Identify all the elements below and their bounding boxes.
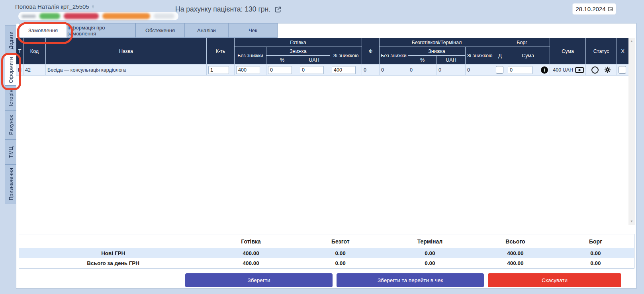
summary-row-label: Всього за день ГРН [19,258,207,268]
col-code: Код [23,38,46,64]
col-sum: Сума [550,38,586,64]
female-gender-icon: ♀ [91,3,95,10]
gear-icon[interactable] [604,66,611,73]
summary-value: 0.00 [557,258,634,268]
col-cash-with-discount: Зі знижкою [330,47,362,64]
col-group-cash: Готівка [235,38,362,47]
sidebar-item-label: ТМЦ [8,146,14,158]
debt-sum-input[interactable] [508,66,532,74]
date-input[interactable]: 28.10.2024 [572,3,616,15]
tab-label: Замовлення [28,27,58,33]
cash-discount-percent-input[interactable] [268,66,292,74]
patient-balance-text: На рахунку пацієнта: 130 грн. [175,5,270,14]
vertical-scrollbar[interactable]: ▲ ▼ [628,38,635,225]
info-icon[interactable]: i [541,66,548,74]
col-group-debt: Борг [494,38,550,47]
date-value: 28.10.2024 [575,6,605,12]
cash-no-discount-input[interactable] [236,66,260,74]
summary-col-cashless: Безгот [295,234,386,248]
row-type: Н [16,64,23,76]
scroll-up-icon[interactable]: ▲ [630,38,633,45]
row-f-value: 0 [362,64,380,76]
tab-obstezhennya[interactable]: Обстеження [135,23,185,38]
scroll-down-icon[interactable]: ▼ [630,218,633,225]
tab-label: Аналізи [197,27,216,33]
col-name: Назва [46,38,207,64]
summary-value: 0.00 [295,248,386,258]
col-cashless-discount: Знижка [408,47,466,56]
tab-chek[interactable]: Чек [228,23,278,38]
order-row: Н 42 Бесіда — консультація кардіолога 0 … [16,64,629,76]
patient-badges-blurred [18,12,178,20]
tab-label: Чек [249,27,257,33]
summary-row-new: Нові ГРН 400.00 0.00 0.00 400.00 0.00 [19,248,634,258]
col-cash-percent: % [266,56,298,64]
badge-blurred-crimson [64,13,99,19]
badge-blurred-orange [102,13,150,19]
row-code: 42 [23,64,46,76]
sidebar-item-dodaty[interactable]: Додати [5,25,16,55]
tab-informatsiya-pro-zamovlennya[interactable]: Інформація про замовлення [67,23,135,38]
col-debt-sum: Сума [506,47,550,64]
tab-label: Обстеження [145,27,175,33]
qty-input[interactable] [208,66,229,74]
col-cashless-no-discount: Без знижки [380,47,408,64]
summary-col-debt: Борг [557,234,634,248]
tab-analizy[interactable]: Аналізи [185,23,228,38]
sidebar-item-label: Оформити [8,57,14,83]
tab-label: Інформація про замовлення [67,25,135,37]
status-circle-icon[interactable] [591,66,599,74]
sidebar-item-oformyty[interactable]: Оформити [5,55,16,86]
col-type: Т [16,38,23,64]
sidebar-item-istoriya[interactable]: Історія [5,86,16,110]
sidebar-item-tmts[interactable]: ТМЦ [5,140,16,164]
app-window: Попова Наталія крт_25505♀ На рахунку пац… [0,0,644,294]
col-f: Ф [362,38,380,64]
badge-blurred-light [154,14,174,19]
save-and-receipt-button[interactable]: Зберегти та перейти в чек [337,273,484,287]
col-cash-uah: UAH [298,56,330,64]
summary-value: 400.00 [207,248,294,258]
badge-blurred-green [39,13,60,19]
sidebar-item-pryznachennya[interactable]: Призначення [5,164,16,204]
cancel-button[interactable]: Скасувати [488,273,621,287]
row-cashless-no-discount: 0 [380,64,408,76]
summary-value: 400.00 [474,248,557,258]
sidebar-item-rakhunok[interactable]: Рахунок [5,110,16,140]
row-remove-checkbox[interactable] [619,66,626,74]
totals-summary: Готівка Безгот Термінал Всього Борг Нові… [19,234,634,269]
row-cashless-uah: 0 [437,64,466,76]
external-link-icon[interactable] [274,6,282,13]
summary-corner [19,234,207,248]
col-qty: К-ть [207,38,235,64]
col-cashless-with-discount: Зі знижкою [466,47,494,64]
summary-col-cash: Готівка [207,234,294,248]
badge-blurred-gray-text [22,15,36,18]
summary-value: 400.00 [207,258,294,268]
cash-with-discount-input[interactable] [332,66,356,74]
col-group-cashless: Безготівкові/Термінал [380,38,494,47]
summary-col-terminal: Термінал [386,234,474,248]
row-cashless-percent: 0 [408,64,437,76]
summary-row-day-total: Всього за день ГРН 400.00 0.00 0.00 400.… [19,258,634,268]
sidebar-item-label: Рахунок [8,115,14,135]
summary-row-label: Нові ГРН [19,248,207,258]
cash-discount-uah-input[interactable] [300,66,324,74]
calendar-icon[interactable] [608,6,613,12]
debt-checkbox[interactable] [496,66,503,74]
save-button[interactable]: Зберегти [185,273,333,287]
order-table: Т Код Назва К-ть Готівка Ф Безготівкові/… [16,38,628,76]
col-cash-discount: Знижка [266,47,330,56]
summary-value: 400.00 [474,258,557,268]
col-cashless-percent: % [408,56,437,64]
summary-value: 0.00 [386,258,474,268]
sidebar-item-label: Додати [8,31,14,49]
col-cashless-uah: UAH [437,56,466,64]
col-status: Статус [586,38,617,64]
tab-zamovlennya[interactable]: Замовлення [19,23,67,38]
col-debt-d: Д [494,47,506,64]
banknote-icon [575,67,584,73]
sidebar-item-label: Призначення [8,168,14,201]
row-service-name: Бесіда — консультація кардіолога [46,64,207,76]
col-x: X [617,38,629,64]
